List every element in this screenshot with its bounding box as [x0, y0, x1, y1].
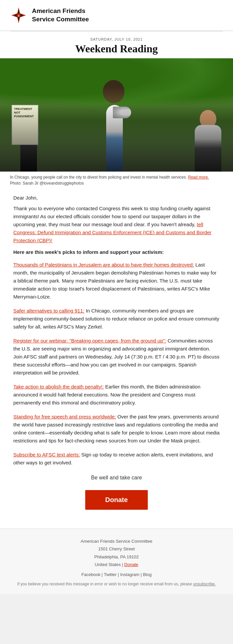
hero-image: TREATMENT NOT PUNISHMENT — [0, 58, 233, 172]
footer-social: Facebook | Twitter | Instagram | Blog — [13, 572, 220, 577]
twitter-link[interactable]: Twitter — [104, 572, 116, 577]
instagram-link[interactable]: Instagram — [120, 572, 139, 577]
donate-section: Donate — [13, 490, 220, 510]
afsc-logo: X — [10, 7, 27, 24]
email-wrapper: X American Friends Service Committee SAT… — [0, 0, 233, 594]
article-item: Subscribe to AFSC text alerts: Sign up t… — [13, 451, 220, 467]
closing-text: Be well and take care — [13, 475, 220, 481]
org-name: American Friends Service Committee — [32, 7, 89, 23]
article-item: Thousands of Palestinians in Jerusalem a… — [13, 261, 220, 301]
article-item: Safer alternatives to calling 911: In Ch… — [13, 307, 220, 331]
photo-credit: Photo: Sarah Ji/ @loveandstrugglephotos — [10, 181, 84, 186]
newsletter-title: Weekend Reading — [10, 43, 223, 55]
svg-text:X: X — [18, 15, 20, 17]
article-item: Take action to abolish the death penalty… — [13, 383, 220, 407]
article-link-1[interactable]: Thousands of Palestinians in Jerusalem a… — [13, 262, 194, 268]
facebook-link[interactable]: Facebook — [82, 572, 101, 577]
article-link-4[interactable]: Take action to abolish the death penalty… — [13, 384, 104, 389]
section-heading: Here are this week's picks to inform and… — [13, 249, 220, 255]
greeting: Dear John, — [13, 195, 220, 201]
crowd-layer — [0, 105, 233, 172]
read-more-link[interactable]: Read more. — [188, 175, 209, 180]
date-title-section: SATURDAY, JULY 10, 2021 Weekend Reading — [0, 31, 233, 58]
person-main-head — [103, 80, 124, 103]
intro-paragraph: Thank you to everyone who contacted Cong… — [13, 205, 220, 245]
footer-org-name: American Friends Service Committee — [81, 539, 152, 544]
hero-caption: In Chicago, young people call on the cit… — [0, 172, 233, 188]
blog-link[interactable]: Blog — [143, 572, 151, 577]
footer-address-line1: 1501 Cherry Street — [98, 546, 135, 551]
hero-image-container: TREATMENT NOT PUNISHMENT — [0, 58, 233, 172]
footer-unsubscribe: If you believe you received this message… — [13, 581, 220, 587]
social-separator-2: | — [118, 572, 120, 577]
header: X American Friends Service Committee — [0, 0, 233, 31]
article-link-2[interactable]: Safer alternatives to calling 911: — [13, 308, 84, 314]
article-item: Standing for free speech and press world… — [13, 413, 220, 445]
donate-button[interactable]: Donate — [85, 490, 148, 510]
article-item: Register for our webinar: "Breaking open… — [13, 337, 220, 377]
article-link-6[interactable]: Subscribe to AFSC text alerts: — [13, 452, 80, 457]
footer-address-line2: Philadelphia, PA 19102 — [94, 554, 138, 559]
body-content: Dear John, Thank you to everyone who con… — [0, 188, 233, 528]
article-link-5[interactable]: Standing for free speech and press world… — [13, 414, 116, 419]
unsubscribe-link[interactable]: unsubscribe. — [193, 582, 216, 586]
date-label: SATURDAY, JULY 10, 2021 — [10, 37, 223, 41]
footer-donate-link[interactable]: Donate — [124, 562, 138, 567]
article-link-3[interactable]: Register for our webinar: "Breaking open… — [13, 338, 166, 343]
footer: American Friends Service Committee 1501 … — [0, 528, 233, 594]
footer-country: United States — [95, 562, 121, 567]
footer-address: American Friends Service Committee 1501 … — [13, 537, 220, 569]
